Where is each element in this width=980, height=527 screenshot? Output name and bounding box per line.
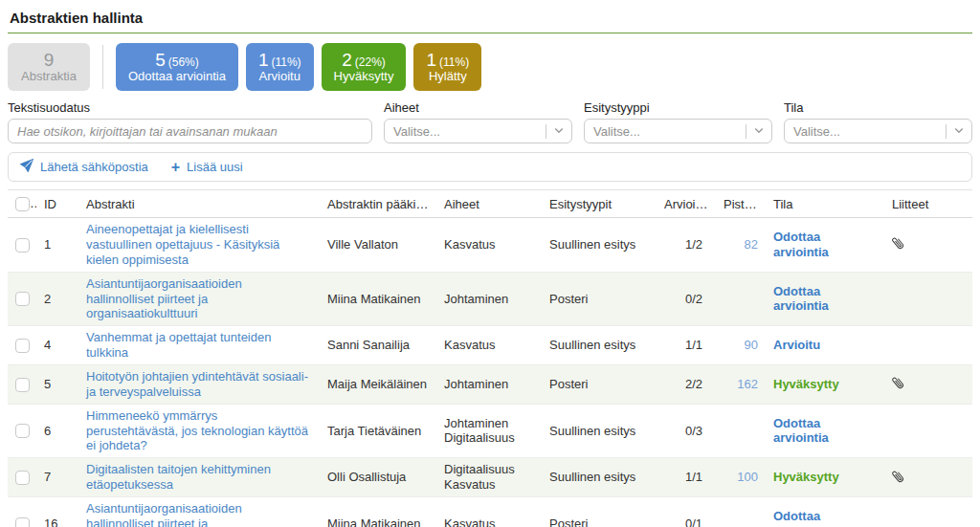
chevron-down-icon <box>953 124 965 139</box>
status-card[interactable]: 2(22%)Hyväksytty <box>322 43 407 91</box>
filter-tila: TilaValitse... <box>784 100 972 143</box>
status-card[interactable]: 1(11%)Hylätty <box>413 43 481 91</box>
chevron-down-icon <box>553 124 565 139</box>
cell-id: 6 <box>36 404 78 458</box>
total-abstracts-card: 9 Abstraktia <box>8 43 90 91</box>
select-separator <box>546 124 546 139</box>
cell-reviews: 0/3 <box>657 404 716 458</box>
send-email-button[interactable]: Lähetä sähköpostia <box>20 159 148 175</box>
status-card-count: 5(56%) <box>128 50 226 71</box>
cell-topics: Johtaminen <box>436 272 542 326</box>
cell-topics: JohtaminenDigitaalisuus <box>436 404 542 458</box>
abstract-title-link[interactable]: Aineenopettajat ja kielellisesti vastuul… <box>86 222 279 267</box>
paperclip-icon[interactable] <box>888 233 911 256</box>
abstract-title-link[interactable]: Himmeneekö ymmärrys perustehtävästä, jos… <box>86 408 308 453</box>
table-row: 6Himmeneekö ymmärrys perustehtävästä, jo… <box>8 404 972 458</box>
status-link[interactable]: Odottaa arviointia <box>773 509 829 527</box>
points-link[interactable]: 162 <box>737 377 758 391</box>
status-card-percent: (22%) <box>355 55 386 69</box>
status-link[interactable]: Arvioitu <box>773 338 820 352</box>
cell-id: 1 <box>36 218 78 273</box>
filter-row: Tekstisuodatus AiheetValitse...Esitystyy… <box>8 100 972 143</box>
row-checkbox[interactable] <box>15 378 30 392</box>
points-link[interactable]: 100 <box>737 470 758 484</box>
status-card[interactable]: 5(56%)Odottaa arviointia <box>116 43 238 91</box>
column-header[interactable]: Liitteet <box>884 190 972 218</box>
column-header[interactable]: Arvioinnit <box>657 190 716 218</box>
cell-attachments <box>884 458 972 497</box>
filter-label: Aiheet <box>384 100 572 115</box>
row-checkbox[interactable] <box>15 339 30 353</box>
cell-topics: Kasvatus <box>436 326 542 365</box>
text-filter-input[interactable] <box>8 119 372 143</box>
abstract-management-page: Abstraktien hallinta 9 Abstraktia 5(56%)… <box>0 0 980 527</box>
cell-topics: DigitaalisuusKasvatus <box>436 458 542 497</box>
select-separator <box>946 124 947 139</box>
abstract-title-link[interactable]: Asiantuntijaorganisaatioiden hallinnolli… <box>86 276 242 321</box>
send-email-label: Lähetä sähköpostia <box>40 160 148 174</box>
status-card-count: 2(22%) <box>334 50 394 71</box>
row-checkbox[interactable] <box>15 292 30 306</box>
row-checkbox[interactable] <box>15 424 30 438</box>
text-filter-label: Tekstisuodatus <box>8 100 372 115</box>
select-placeholder: Valitse... <box>593 124 739 139</box>
column-header[interactable]: Abstraktin pääkirj… <box>320 190 436 218</box>
row-checkbox[interactable] <box>15 517 30 527</box>
status-link[interactable]: Odottaa arviointia <box>773 230 829 259</box>
points-link[interactable]: 90 <box>745 338 758 352</box>
table-row: 7Digitaalisten taitojen kehittyminen etä… <box>8 458 972 497</box>
cell-id: 4 <box>36 326 78 365</box>
tila-select[interactable]: Valitse... <box>784 119 972 143</box>
add-new-button[interactable]: + Lisää uusi <box>171 160 243 175</box>
status-link[interactable]: Hyväksytty <box>773 470 839 484</box>
cell-attachments <box>884 326 972 365</box>
status-card-label: Hyväksytty <box>334 70 394 84</box>
cell-topics: Kasvatus <box>436 218 542 273</box>
cell-presentation-type: Suullinen esitys <box>542 326 657 365</box>
table-row: 2Asiantuntijaorganisaatioiden hallinnoll… <box>8 272 972 326</box>
cell-author: Olli Osallistuja <box>320 458 436 497</box>
abstract-title-link[interactable]: Vanhemmat ja opettajat tunteiden tulkkin… <box>86 330 271 360</box>
cell-author: Miina Matikainen <box>320 272 436 326</box>
table-row: 16Asiantuntijaorganisaatioiden hallinnol… <box>8 496 972 527</box>
row-checkbox[interactable] <box>15 238 30 253</box>
status-card-count: 1(11%) <box>258 50 301 71</box>
plus-icon: + <box>171 160 180 175</box>
select-all-checkbox[interactable] <box>15 197 30 211</box>
cell-reviews: 1/1 <box>657 458 716 497</box>
status-link[interactable]: Odottaa arviointia <box>773 416 829 446</box>
select-placeholder: Valitse... <box>393 124 539 139</box>
points-link[interactable]: 82 <box>745 237 758 252</box>
add-new-label: Lisää uusi <box>187 160 243 174</box>
cell-reviews: 2/2 <box>657 364 716 404</box>
cell-reviews: 0/1 <box>657 496 716 527</box>
paperclip-icon[interactable] <box>888 373 911 396</box>
column-header[interactable]: Esitystyypit <box>542 190 657 218</box>
status-card[interactable]: 1(11%)Arvioitu <box>246 43 314 91</box>
cell-author: Maija Meikäläinen <box>320 364 436 404</box>
row-checkbox[interactable] <box>15 471 30 485</box>
column-header[interactable]: Tila <box>766 190 884 218</box>
abstract-title-link[interactable]: Hoitotyön johtajien ydintehtävät sosiaal… <box>86 369 308 399</box>
column-header[interactable]: Abstrakti <box>78 190 320 218</box>
cell-attachments <box>884 272 972 326</box>
status-link[interactable]: Hyväksytty <box>773 377 839 391</box>
page-title: Abstraktien hallinta <box>8 8 972 33</box>
abstracts-table: IDAbstraktiAbstraktin pääkirj…AiheetEsit… <box>8 189 972 527</box>
status-card-count: 1(11%) <box>426 50 469 71</box>
status-link[interactable]: Odottaa arviointia <box>773 284 829 314</box>
action-bar: Lähetä sähköpostia + Lisää uusi <box>8 152 972 182</box>
column-header[interactable]: Aiheet <box>436 190 542 218</box>
total-count: 9 <box>20 50 78 71</box>
cell-author: Ville Vallaton <box>320 218 436 273</box>
esitystyyppi-select[interactable]: Valitse... <box>584 119 772 143</box>
abstract-title-link[interactable]: Asiantuntijaorganisaatioiden hallinnolli… <box>86 501 242 527</box>
status-card-percent: (11%) <box>439 55 469 69</box>
column-header[interactable]: Pisteet <box>716 190 766 218</box>
abstract-title-link[interactable]: Digitaalisten taitojen kehittyminen etäo… <box>86 462 271 492</box>
status-card-percent: (11%) <box>271 55 301 69</box>
aiheet-select[interactable]: Valitse... <box>384 119 572 143</box>
status-card-label: Hylätty <box>426 70 469 84</box>
column-header[interactable]: ID <box>36 190 78 218</box>
paperclip-icon[interactable] <box>888 466 911 489</box>
